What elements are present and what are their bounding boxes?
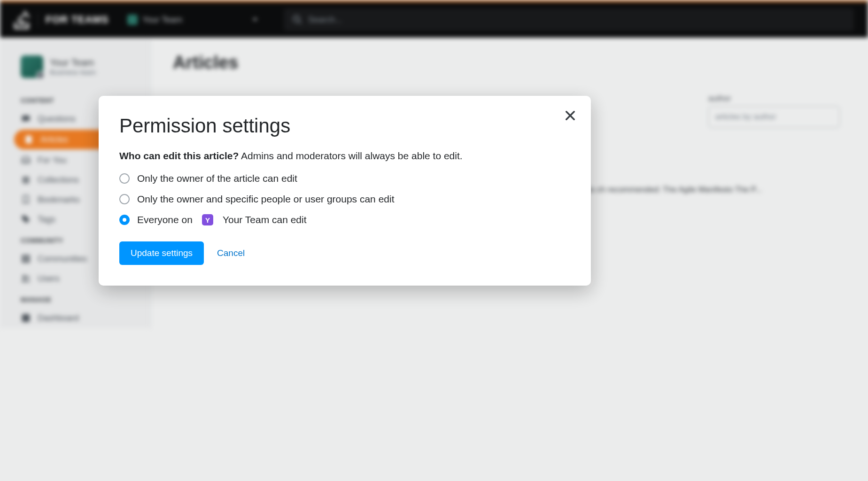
radio-icon — [119, 173, 130, 184]
radio-option-everyone[interactable]: Everyone on Y Your Team can edit — [119, 214, 570, 225]
modal-title: Permission settings — [119, 115, 570, 137]
permission-settings-modal: Permission settings Who can edit this ar… — [99, 96, 591, 286]
radio-group: Only the owner of the article can edit O… — [119, 173, 570, 225]
modal-description: Who can edit this article? Admins and mo… — [119, 150, 570, 162]
radio-option-specific[interactable]: Only the owner and specific people or us… — [119, 194, 570, 205]
radio-label: Only the owner and specific people or us… — [137, 194, 395, 205]
radio-option-owner[interactable]: Only the owner of the article can edit — [119, 173, 570, 184]
close-icon[interactable] — [564, 109, 577, 122]
radio-label-prefix: Everyone on — [137, 214, 193, 225]
cancel-button[interactable]: Cancel — [217, 248, 245, 258]
update-settings-button[interactable]: Update settings — [119, 241, 204, 265]
radio-label: Only the owner of the article can edit — [137, 173, 297, 184]
modal-actions: Update settings Cancel — [119, 241, 570, 265]
modal-note: Admins and moderators will always be abl… — [241, 150, 463, 161]
modal-question: Who can edit this article? — [119, 150, 239, 161]
team-chip-icon: Y — [202, 214, 213, 225]
radio-label-suffix: Your Team can edit — [223, 214, 307, 225]
radio-icon — [119, 194, 130, 204]
radio-icon — [119, 215, 130, 225]
